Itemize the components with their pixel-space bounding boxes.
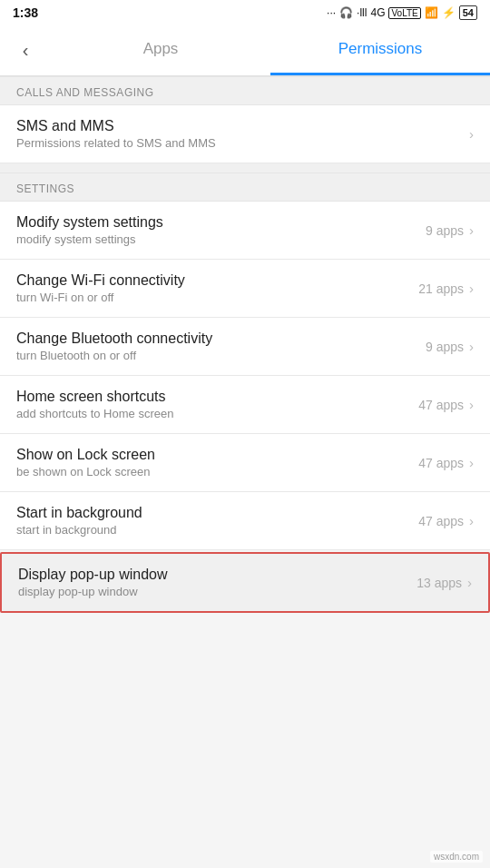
item-right-bluetooth: 9 apps › [426,339,474,354]
item-title-sms: SMS and MMS [16,118,469,134]
list-item-background[interactable]: Start in background start in background … [0,492,490,550]
item-title-bluetooth: Change Bluetooth connectivity [16,330,426,347]
item-right-home: 47 apps › [418,397,474,412]
battery-icon: 54 [459,5,477,20]
appcount-modify: 9 apps [426,223,464,238]
chevron-icon-background: › [469,513,474,528]
list-item-bluetooth[interactable]: Change Bluetooth connectivity turn Bluet… [0,318,490,376]
list-item-sms-mms[interactable]: SMS and MMS Permissions related to SMS a… [0,105,490,163]
headphone-icon: 🎧 [339,6,353,19]
item-subtitle-bluetooth: turn Bluetooth on or off [16,349,426,362]
status-bar: 1:38 ··· 🎧 ·lll 4G VoLTE 📶 ⚡ 54 [0,0,490,25]
appcount-wifi: 21 apps [418,281,464,296]
volte-icon: VoLTE [388,7,420,19]
list-item-display-popup[interactable]: Display pop-up window display pop-up win… [0,552,490,613]
battery-saver-icon: ⚡ [442,6,456,19]
item-text-background: Start in background start in background [16,505,418,537]
item-text-lock: Show on Lock screen be shown on Lock scr… [16,447,418,478]
signal-bars-icon: ·lll [357,6,367,19]
wifi-icon: 📶 [425,6,438,19]
signal-dots-icon: ··· [327,6,336,19]
status-icons: ··· 🎧 ·lll 4G VoLTE 📶 ⚡ 54 [327,5,477,20]
section-header-settings: SETTINGS [0,173,490,202]
item-subtitle-modify: modify system settings [16,232,426,246]
list-item-lock-screen[interactable]: Show on Lock screen be shown on Lock scr… [0,434,490,492]
chevron-icon-bluetooth: › [469,339,474,354]
appcount-lock: 47 apps [418,456,464,470]
tab-permissions[interactable]: Permissions [270,25,490,75]
item-subtitle-lock: be shown on Lock screen [16,465,418,478]
top-nav: ‹ Apps Permissions [0,25,490,76]
list-item-home-screen[interactable]: Home screen shortcuts add shortcuts to H… [0,376,490,434]
item-subtitle-home: add shortcuts to Home screen [16,407,418,420]
item-subtitle-sms: Permissions related to SMS and MMS [16,136,469,150]
tab-apps[interactable]: Apps [51,25,270,75]
nav-tabs: Apps Permissions [51,25,490,75]
item-right-sms: › [469,126,474,142]
section-header-calls: CALLS AND MESSAGING [0,76,490,105]
item-right-popup: 13 apps › [416,575,472,590]
chevron-icon-home: › [469,397,474,412]
item-right-modify: 9 apps › [426,222,474,238]
watermark: wsxdn.com [430,851,483,863]
item-right-background: 47 apps › [418,513,474,528]
item-text-popup: Display pop-up window display pop-up win… [18,567,416,598]
chevron-icon-wifi: › [469,281,474,296]
item-title-home: Home screen shortcuts [16,389,418,405]
item-title-modify: Modify system settings [16,214,426,231]
4g-icon: 4G [370,6,385,19]
item-subtitle-popup: display pop-up window [18,585,416,598]
item-right-wifi: 21 apps › [418,281,474,296]
item-subtitle-wifi: turn Wi-Fi on or off [16,291,418,304]
appcount-home: 47 apps [418,398,464,412]
back-icon: ‹ [23,40,29,61]
appcount-popup: 13 apps [416,576,462,590]
status-time: 1:38 [13,5,38,20]
item-text-sms: SMS and MMS Permissions related to SMS a… [16,118,469,150]
appcount-bluetooth: 9 apps [426,340,464,354]
list-item-modify-system[interactable]: Modify system settings modify system set… [0,202,490,260]
spacer-1 [0,163,490,173]
item-title-popup: Display pop-up window [18,567,416,583]
item-title-lock: Show on Lock screen [16,447,418,463]
back-button[interactable]: ‹ [0,25,51,76]
item-subtitle-background: start in background [16,523,418,537]
item-text-modify: Modify system settings modify system set… [16,214,426,246]
item-text-home: Home screen shortcuts add shortcuts to H… [16,389,418,420]
chevron-icon-popup: › [467,575,472,590]
chevron-icon-lock: › [469,455,474,470]
chevron-icon-sms: › [469,126,474,142]
item-title-background: Start in background [16,505,418,521]
list-item-wifi[interactable]: Change Wi-Fi connectivity turn Wi-Fi on … [0,260,490,318]
appcount-background: 47 apps [418,514,464,528]
item-text-bluetooth: Change Bluetooth connectivity turn Bluet… [16,330,426,362]
item-text-wifi: Change Wi-Fi connectivity turn Wi-Fi on … [16,272,418,304]
item-right-lock: 47 apps › [418,455,474,470]
item-title-wifi: Change Wi-Fi connectivity [16,272,418,289]
chevron-icon-modify: › [469,222,474,238]
